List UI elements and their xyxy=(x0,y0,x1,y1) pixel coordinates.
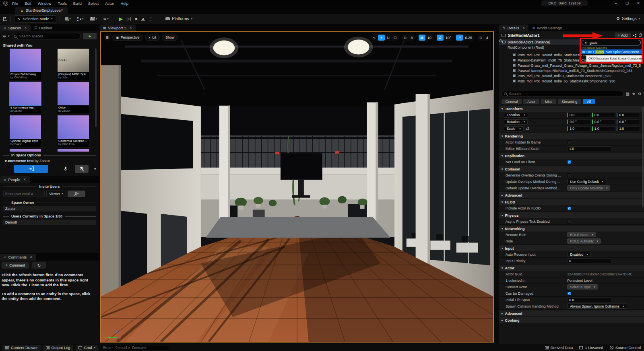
scale-z-field[interactable]: 1.0 xyxy=(617,126,640,131)
refresh-comments-button[interactable]: ↻ xyxy=(32,262,46,269)
component-tree-row[interactable]: Pots_mdl_Pot_Round_mdl9_65_StaticMeshCom… xyxy=(499,78,644,84)
add-actor-button[interactable]: ▾ xyxy=(63,17,73,21)
menu-actor[interactable]: Actor xyxy=(105,1,114,6)
filter-tab-general[interactable]: General xyxy=(502,99,522,104)
blueprints-button[interactable]: ▾ xyxy=(76,17,85,21)
dropdown-item-gaussian-splat-space[interactable]: OKOGaussian Splat Space Component xyxy=(586,55,643,62)
tab-viewport[interactable]: ▦ Viewport 1 ✕ xyxy=(99,25,136,31)
details-scrollbar[interactable] xyxy=(642,107,644,207)
viewport-options-menu[interactable]: ☰ xyxy=(104,34,110,41)
component-tree-row[interactable]: Parasol-Nannorrhops-Ritchiana_mdl15_70_S… xyxy=(499,68,644,73)
filter-tab-actor[interactable]: Actor xyxy=(523,99,539,104)
value-field[interactable]: 0.0 xyxy=(567,298,611,302)
menu-help[interactable]: Help xyxy=(120,1,128,6)
cinematics-button[interactable]: ▾ xyxy=(89,17,99,21)
menu-build[interactable]: Build xyxy=(73,1,82,6)
checkbox-unchecked[interactable] xyxy=(567,140,571,144)
viewport-canvas[interactable]: ☰ ▣ Perspective ◐ Lit Show ↖ + ↻ ⊡ xyxy=(100,31,494,343)
viewport-scene[interactable] xyxy=(101,32,493,342)
stop-button[interactable]: ■ xyxy=(135,16,137,21)
close-icon[interactable]: ✕ xyxy=(522,26,525,30)
unsaved-button[interactable]: 1 Unsaved xyxy=(579,345,603,350)
tab-outliner[interactable]: ☰ Outliner xyxy=(31,25,56,31)
dropdown-select[interactable]: Always Spawn, Ignore Collisions▾ xyxy=(567,304,627,309)
space-card[interactable]: California Science...by OKO Finn xyxy=(58,115,89,147)
section-header[interactable]: ▾Transform xyxy=(499,106,644,112)
section-header[interactable]: ▸Advanced xyxy=(499,192,644,198)
enter-space-button[interactable] xyxy=(14,165,48,173)
surface-snapping-button[interactable]: ∆ xyxy=(409,35,415,41)
invite-role-dropdown[interactable]: Viewer▾ xyxy=(46,191,66,197)
add-space-button[interactable]: + xyxy=(83,33,97,39)
output-log-button[interactable]: Output Log xyxy=(43,345,73,351)
edit-blueprint-icon[interactable] xyxy=(633,35,634,36)
rotation-y-field[interactable]: 0.0 ° xyxy=(592,119,615,124)
source-control-button[interactable]: Source Control xyxy=(610,345,641,350)
scale-lock-icon[interactable] xyxy=(526,128,529,130)
select-tool-button[interactable]: ↖ xyxy=(371,35,378,41)
camera-speed-control[interactable]: ⊙ 4 xyxy=(477,34,491,41)
section-header[interactable]: ▾Input xyxy=(499,245,644,251)
space-card[interactable] xyxy=(58,149,89,152)
scale-tool-button[interactable]: ⊡ xyxy=(392,35,398,41)
component-tree-row[interactable]: Pots_mdl_Pot_Round_mdl10_StaticMeshCompo… xyxy=(499,73,644,78)
close-icon[interactable]: ✕ xyxy=(24,26,27,30)
menu-file[interactable]: File xyxy=(12,1,18,6)
dropdown-select[interactable]: Disabled▾ xyxy=(567,252,591,257)
move-tool-button[interactable]: + xyxy=(378,35,385,41)
scale-y-field[interactable]: 1.0 xyxy=(592,126,615,131)
close-icon[interactable]: ✕ xyxy=(23,178,26,181)
level-tab[interactable]: ▲ StartNewEmptyLevel* xyxy=(15,7,68,14)
play-options-button[interactable]: ⋮ xyxy=(149,16,153,21)
scale-snap-control[interactable]: ↗ 0.25 xyxy=(456,34,475,41)
grid-snap-control[interactable]: ▦ 10 xyxy=(418,34,434,41)
checkbox-unchecked[interactable] xyxy=(567,220,571,224)
display-options-icon[interactable]: ▦ xyxy=(626,92,630,96)
space-card[interactable]: Sphere Digital Twinby Daksh xyxy=(10,115,41,147)
checkbox-checked[interactable]: ✓ xyxy=(567,160,571,164)
section-header[interactable]: ▾Actor xyxy=(499,265,644,271)
section-header[interactable]: ▾HLOD xyxy=(499,199,644,205)
space-card[interactable]: GINAL[Original] MSG Sph...by John xyxy=(58,49,89,80)
dropdown-select[interactable]: Select a Type▾ xyxy=(567,284,598,289)
dropdown-item-gaussian-splat[interactable]: OKO Gaussian Splat Component xyxy=(581,49,642,54)
checkbox-checked[interactable]: ✓ xyxy=(567,291,571,296)
location-y-field[interactable]: 0.0 xyxy=(592,113,615,117)
frame-skip-button[interactable]: ▷| xyxy=(127,16,131,21)
close-icon[interactable]: ✕ xyxy=(30,255,33,259)
selection-mode-dropdown[interactable]: ↖ Selection Mode ▾ xyxy=(14,15,56,23)
close-button[interactable]: ✕ xyxy=(633,0,644,6)
section-header[interactable]: ▸Advanced xyxy=(499,310,644,316)
oko-link-button[interactable]: ∞▾ xyxy=(102,16,110,21)
section-header[interactable]: ▾Physics xyxy=(499,212,644,218)
dropdown-select[interactable]: ROLE Authority▾ xyxy=(567,238,601,244)
space-card[interactable]: Project Whizbangby OKO Finn xyxy=(10,49,41,80)
settings-icon[interactable]: ⚙ xyxy=(638,92,642,96)
invite-email-input[interactable] xyxy=(3,191,45,197)
lit-dropdown[interactable]: ◐ Lit xyxy=(145,35,160,41)
value-field[interactable]: 0 xyxy=(567,259,611,263)
tab-people[interactable]: ∞ People ✕ xyxy=(0,176,30,183)
clear-search-icon[interactable]: ✕ xyxy=(584,41,587,45)
perspective-dropdown[interactable]: ▣ Perspective xyxy=(112,35,143,41)
space-card[interactable] xyxy=(10,149,41,152)
space-card[interactable]: Orionby Zarzur xyxy=(58,82,89,113)
save-icon[interactable] xyxy=(3,17,7,21)
settings-dropdown[interactable]: ⚙ Settings ▾ xyxy=(616,16,640,21)
rotation-dropdown[interactable]: Rotation▾ xyxy=(504,119,528,125)
space-card[interactable]: e-commerce testby Zarzur xyxy=(10,82,41,113)
close-icon[interactable]: ✕ xyxy=(129,26,132,30)
section-header[interactable]: ▾Networking xyxy=(499,226,644,232)
section-header[interactable]: ▸Cooking xyxy=(499,317,644,323)
spaces-scrollbar[interactable] xyxy=(95,48,97,127)
derived-data-button[interactable]: Derived Data xyxy=(545,345,573,350)
minimize-button[interactable]: – xyxy=(610,0,621,6)
lock-icon[interactable] xyxy=(639,35,642,37)
world-coordinate-button[interactable]: ⊕ xyxy=(402,35,409,41)
component-tree-row[interactable]: Parasol-Grass_mdl_Parasol_Grass_Foliage_… xyxy=(499,63,644,68)
menu-window[interactable]: Window xyxy=(38,1,52,6)
filter-tab-misc[interactable]: Misc xyxy=(541,99,556,104)
rotation-z-field[interactable]: 0.0 ° xyxy=(617,119,640,124)
dropdown-select[interactable]: ROLE None▾ xyxy=(567,232,596,237)
tab-world-settings[interactable]: ⊕ World Settings xyxy=(528,25,565,31)
